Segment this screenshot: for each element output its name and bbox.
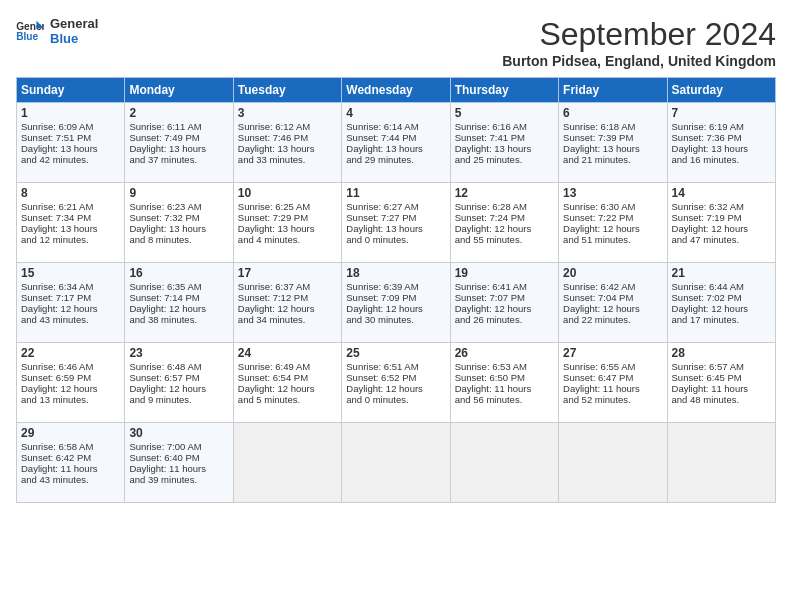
day-info-line: and 37 minutes. xyxy=(129,154,228,165)
day-info-line: Sunset: 6:59 PM xyxy=(21,372,120,383)
day-number: 4 xyxy=(346,106,445,120)
day-info-line: Sunset: 7:44 PM xyxy=(346,132,445,143)
day-info-line: Sunrise: 6:27 AM xyxy=(346,201,445,212)
day-info-line: Sunrise: 6:30 AM xyxy=(563,201,662,212)
calendar-cell: 21Sunrise: 6:44 AMSunset: 7:02 PMDayligh… xyxy=(667,263,775,343)
day-info-line: Daylight: 12 hours xyxy=(672,303,771,314)
calendar-cell: 8Sunrise: 6:21 AMSunset: 7:34 PMDaylight… xyxy=(17,183,125,263)
calendar-cell: 7Sunrise: 6:19 AMSunset: 7:36 PMDaylight… xyxy=(667,103,775,183)
day-number: 2 xyxy=(129,106,228,120)
page-header: General Blue General Blue September 2024… xyxy=(16,16,776,69)
calendar-cell xyxy=(667,423,775,503)
day-info-line: Sunrise: 6:58 AM xyxy=(21,441,120,452)
calendar-cell: 19Sunrise: 6:41 AMSunset: 7:07 PMDayligh… xyxy=(450,263,558,343)
day-info-line: Sunset: 7:12 PM xyxy=(238,292,337,303)
calendar-cell: 9Sunrise: 6:23 AMSunset: 7:32 PMDaylight… xyxy=(125,183,233,263)
day-info-line: and 16 minutes. xyxy=(672,154,771,165)
day-info-line: Daylight: 12 hours xyxy=(21,383,120,394)
day-info-line: Sunset: 7:29 PM xyxy=(238,212,337,223)
day-info-line: Daylight: 12 hours xyxy=(238,303,337,314)
calendar-cell: 29Sunrise: 6:58 AMSunset: 6:42 PMDayligh… xyxy=(17,423,125,503)
day-info-line: and 47 minutes. xyxy=(672,234,771,245)
day-number: 29 xyxy=(21,426,120,440)
day-number: 6 xyxy=(563,106,662,120)
day-info-line: Sunrise: 6:39 AM xyxy=(346,281,445,292)
logo: General Blue General Blue xyxy=(16,16,98,46)
location: Burton Pidsea, England, United Kingdom xyxy=(502,53,776,69)
day-info-line: and 4 minutes. xyxy=(238,234,337,245)
day-info-line: Sunset: 6:54 PM xyxy=(238,372,337,383)
day-info-line: Daylight: 13 hours xyxy=(563,143,662,154)
day-info-line: and 26 minutes. xyxy=(455,314,554,325)
day-number: 20 xyxy=(563,266,662,280)
col-header-tuesday: Tuesday xyxy=(233,78,341,103)
day-number: 12 xyxy=(455,186,554,200)
day-info-line: Daylight: 13 hours xyxy=(21,143,120,154)
day-info-line: Sunrise: 6:18 AM xyxy=(563,121,662,132)
day-info-line: Daylight: 12 hours xyxy=(563,223,662,234)
day-info-line: and 55 minutes. xyxy=(455,234,554,245)
day-info-line: Sunset: 7:34 PM xyxy=(21,212,120,223)
day-number: 16 xyxy=(129,266,228,280)
calendar-cell: 10Sunrise: 6:25 AMSunset: 7:29 PMDayligh… xyxy=(233,183,341,263)
day-number: 21 xyxy=(672,266,771,280)
day-info-line: Sunrise: 6:12 AM xyxy=(238,121,337,132)
day-info-line: Daylight: 12 hours xyxy=(129,303,228,314)
day-info-line: Sunrise: 6:53 AM xyxy=(455,361,554,372)
day-info-line: Daylight: 13 hours xyxy=(346,223,445,234)
day-info-line: Sunrise: 6:14 AM xyxy=(346,121,445,132)
day-info-line: Sunset: 6:50 PM xyxy=(455,372,554,383)
week-row-4: 29Sunrise: 6:58 AMSunset: 6:42 PMDayligh… xyxy=(17,423,776,503)
day-info-line: Sunrise: 6:37 AM xyxy=(238,281,337,292)
calendar-cell: 24Sunrise: 6:49 AMSunset: 6:54 PMDayligh… xyxy=(233,343,341,423)
header-row: SundayMondayTuesdayWednesdayThursdayFrid… xyxy=(17,78,776,103)
day-info-line: and 13 minutes. xyxy=(21,394,120,405)
day-info-line: Daylight: 12 hours xyxy=(129,383,228,394)
day-info-line: Daylight: 11 hours xyxy=(21,463,120,474)
day-info-line: and 22 minutes. xyxy=(563,314,662,325)
day-number: 30 xyxy=(129,426,228,440)
calendar-cell: 27Sunrise: 6:55 AMSunset: 6:47 PMDayligh… xyxy=(559,343,667,423)
calendar-cell xyxy=(233,423,341,503)
calendar-cell: 26Sunrise: 6:53 AMSunset: 6:50 PMDayligh… xyxy=(450,343,558,423)
calendar-cell: 16Sunrise: 6:35 AMSunset: 7:14 PMDayligh… xyxy=(125,263,233,343)
calendar-cell: 13Sunrise: 6:30 AMSunset: 7:22 PMDayligh… xyxy=(559,183,667,263)
calendar-cell: 15Sunrise: 6:34 AMSunset: 7:17 PMDayligh… xyxy=(17,263,125,343)
day-number: 26 xyxy=(455,346,554,360)
day-info-line: and 43 minutes. xyxy=(21,314,120,325)
day-info-line: Sunset: 6:42 PM xyxy=(21,452,120,463)
day-info-line: Sunset: 7:46 PM xyxy=(238,132,337,143)
day-number: 1 xyxy=(21,106,120,120)
logo-line2: Blue xyxy=(50,31,98,46)
week-row-0: 1Sunrise: 6:09 AMSunset: 7:51 PMDaylight… xyxy=(17,103,776,183)
day-info-line: and 52 minutes. xyxy=(563,394,662,405)
day-info-line: Sunrise: 6:42 AM xyxy=(563,281,662,292)
calendar-cell: 17Sunrise: 6:37 AMSunset: 7:12 PMDayligh… xyxy=(233,263,341,343)
day-info-line: and 48 minutes. xyxy=(672,394,771,405)
day-number: 28 xyxy=(672,346,771,360)
calendar-cell: 3Sunrise: 6:12 AMSunset: 7:46 PMDaylight… xyxy=(233,103,341,183)
calendar-cell: 5Sunrise: 6:16 AMSunset: 7:41 PMDaylight… xyxy=(450,103,558,183)
day-info-line: Sunset: 6:47 PM xyxy=(563,372,662,383)
day-info-line: Sunrise: 6:44 AM xyxy=(672,281,771,292)
day-info-line: Daylight: 13 hours xyxy=(129,223,228,234)
day-info-line: Sunrise: 6:48 AM xyxy=(129,361,228,372)
day-info-line: Daylight: 11 hours xyxy=(455,383,554,394)
day-info-line: and 17 minutes. xyxy=(672,314,771,325)
day-info-line: Sunrise: 6:28 AM xyxy=(455,201,554,212)
day-info-line: Daylight: 12 hours xyxy=(346,383,445,394)
day-info-line: and 29 minutes. xyxy=(346,154,445,165)
day-info-line: Daylight: 12 hours xyxy=(238,383,337,394)
col-header-sunday: Sunday xyxy=(17,78,125,103)
day-info-line: Sunrise: 6:41 AM xyxy=(455,281,554,292)
day-info-line: and 34 minutes. xyxy=(238,314,337,325)
logo-line1: General xyxy=(50,16,98,31)
day-info-line: and 42 minutes. xyxy=(21,154,120,165)
day-info-line: and 12 minutes. xyxy=(21,234,120,245)
calendar-cell: 6Sunrise: 6:18 AMSunset: 7:39 PMDaylight… xyxy=(559,103,667,183)
calendar-cell: 28Sunrise: 6:57 AMSunset: 6:45 PMDayligh… xyxy=(667,343,775,423)
day-info-line: Sunset: 7:22 PM xyxy=(563,212,662,223)
day-number: 15 xyxy=(21,266,120,280)
col-header-thursday: Thursday xyxy=(450,78,558,103)
day-info-line: and 21 minutes. xyxy=(563,154,662,165)
